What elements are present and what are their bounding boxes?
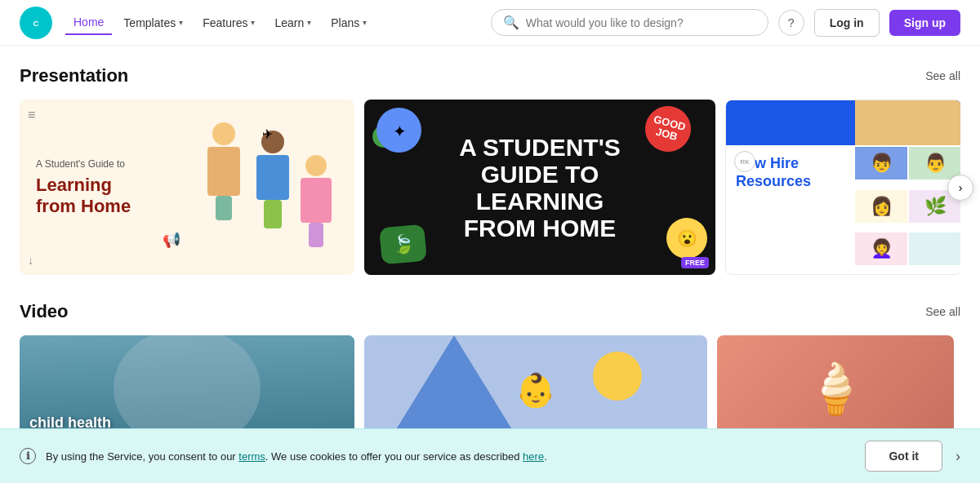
here-link[interactable]: here	[523, 450, 544, 459]
card3-collage: 👦 👨 👩 🌿 👩‍🦱	[855, 100, 960, 274]
svg-text:C: C	[33, 18, 39, 27]
megaphone-icon: 📢	[163, 231, 180, 249]
free-badge: FREE	[681, 257, 709, 268]
login-button[interactable]: Log in	[814, 9, 880, 37]
presentation-cards-row: ≡ ↓ A Student's Guide to Learningfrom Ho…	[20, 100, 960, 275]
info-icon: ℹ	[20, 448, 36, 458]
signup-button[interactable]: Sign up	[889, 10, 960, 36]
plans-chevron-icon: ▾	[363, 18, 367, 27]
navigation: C Home Templates ▾ Features ▾ Learn ▾ Pl…	[0, 0, 980, 46]
card1-art: ✈ 📢	[158, 114, 338, 261]
video-card-2[interactable]: 👶	[364, 335, 707, 441]
templates-chevron-icon: ▾	[179, 18, 183, 27]
video-section-header: Video See all	[20, 301, 960, 322]
presentation-cards-wrapper: ≡ ↓ A Student's Guide to Learningfrom Ho…	[20, 100, 960, 275]
presentation-section-header: Presentation See all	[20, 65, 960, 86]
presentation-title: Presentation	[20, 65, 128, 86]
paper-airplane-icon: ✈	[262, 126, 273, 142]
nav-templates[interactable]: Templates ▾	[115, 11, 191, 34]
nav-home[interactable]: Home	[65, 11, 112, 35]
down-arrow-icon: ↓	[28, 254, 33, 267]
green-shape-sticker: 🍃	[379, 224, 427, 265]
presentation-card-1[interactable]: ≡ ↓ A Student's Guide to Learningfrom Ho…	[20, 100, 354, 275]
presentation-see-all[interactable]: See all	[925, 69, 960, 82]
terms-link[interactable]: terms	[238, 450, 265, 459]
video-card-1[interactable]: child health	[20, 335, 354, 441]
cookie-banner: ℹ By using the Service, you consent to o…	[0, 428, 980, 458]
card1-text: A Student's Guide to Learningfrom Home	[36, 157, 131, 218]
canva-logo[interactable]: C	[20, 7, 52, 39]
good-job-sticker: GOODJOB	[640, 101, 697, 157]
help-button[interactable]: ?	[778, 10, 804, 36]
video-section: Video See all child health 👶 🍦	[20, 301, 960, 441]
features-chevron-icon: ▾	[251, 18, 255, 27]
search-input[interactable]	[526, 16, 756, 29]
character-1	[199, 122, 248, 220]
presentation-card-3[interactable]: RK New Hire Resources 👦 👨 👩 🌿	[725, 100, 960, 275]
rk-badge: RK	[734, 151, 755, 172]
cookie-chevron-icon[interactable]: ›	[956, 448, 960, 459]
carousel-next-button[interactable]: ›	[947, 175, 973, 201]
presentation-card-2[interactable]: GOODJOB 😮 YAY ✦ 🍃 A STUDENT'S GUIDE TO L…	[364, 100, 715, 275]
video1-face	[114, 335, 261, 441]
got-it-button[interactable]: Got it	[865, 441, 942, 458]
card2-text: A STUDENT'S GUIDE TO LEARNING FROM HOME	[459, 134, 621, 242]
character-3	[293, 155, 338, 245]
character-2	[248, 131, 297, 228]
video3-food: 🍦	[717, 335, 954, 441]
nav-plans[interactable]: Plans ▾	[323, 11, 375, 34]
svg-text:✦: ✦	[392, 122, 406, 140]
video2-child: 👶	[364, 339, 707, 441]
video-cards-row: child health 👶 🍦	[20, 335, 960, 441]
blue-star-sticker: ✦	[376, 108, 421, 153]
hamburger-icon: ≡	[28, 108, 35, 122]
video-title: Video	[20, 301, 69, 322]
cookie-text: By using the Service, you consent to our…	[46, 450, 855, 459]
nav-learn[interactable]: Learn ▾	[266, 11, 319, 34]
video-card-3[interactable]: 🍦	[717, 335, 954, 441]
search-icon: 🔍	[503, 15, 519, 30]
learn-chevron-icon: ▾	[307, 18, 311, 27]
video-see-all[interactable]: See all	[925, 305, 960, 318]
search-bar[interactable]: 🔍	[491, 9, 768, 36]
emoji-sticker: 😮	[666, 218, 707, 259]
nav-features[interactable]: Features ▾	[194, 11, 263, 34]
